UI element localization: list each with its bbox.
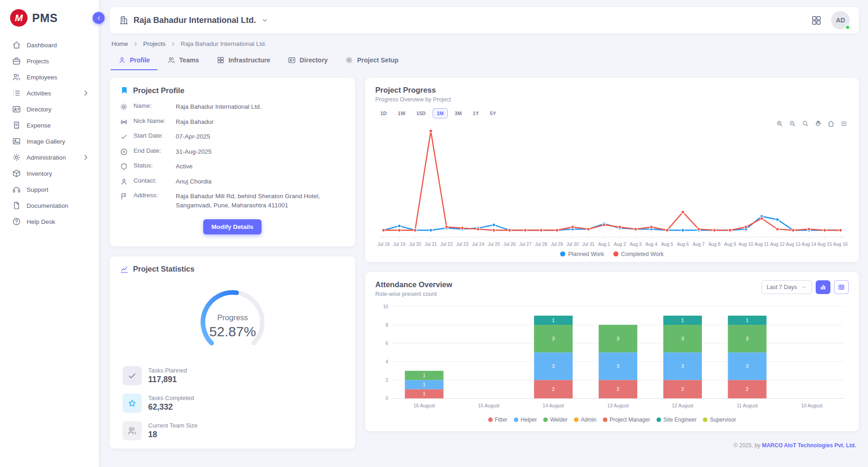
range-1d-button[interactable]: 1D (376, 108, 391, 118)
range-1m-button[interactable]: 1M (433, 108, 448, 118)
stat-label: Tasks Completed (148, 395, 194, 401)
sidebar-item-label: Employees (27, 74, 90, 81)
main-area: Raja Bahadur International Ltd. AD HomeP… (99, 0, 868, 467)
app-brand[interactable]: M PMS (0, 0, 99, 36)
menu-icon[interactable] (840, 120, 848, 128)
sidebar-item-documentation[interactable]: Documentation (5, 198, 94, 213)
apps-grid-button[interactable] (811, 15, 822, 26)
home-icon[interactable] (827, 120, 835, 128)
table-view-toggle-button[interactable] (834, 280, 849, 294)
sidebar-item-activities[interactable]: Activities (5, 85, 94, 101)
home-icon (12, 40, 21, 50)
range-5y-button[interactable]: 5Y (486, 108, 500, 118)
tab-teams[interactable]: Teams (160, 51, 206, 70)
range-1y-button[interactable]: 1Y (468, 108, 483, 118)
tab-project-setup[interactable]: Project Setup (338, 51, 406, 70)
sidebar-item-image-gallery[interactable]: Image Gallery (5, 133, 94, 149)
svg-text:Jul 30: Jul 30 (567, 242, 579, 247)
svg-text:2: 2 (386, 377, 389, 382)
avatar-initials: AD (836, 17, 845, 24)
user-avatar[interactable]: AD (831, 11, 850, 29)
stat-value: 18 (148, 430, 197, 439)
person-icon (120, 178, 128, 186)
profile-field-contact: Contact:Anuj Chordia (120, 177, 345, 186)
tab-label: Teams (179, 56, 199, 64)
pan-icon[interactable] (814, 120, 822, 128)
svg-text:1: 1 (681, 317, 684, 323)
svg-text:11 August: 11 August (737, 403, 758, 408)
svg-text:Aug 14: Aug 14 (801, 242, 816, 247)
breadcrumb-item-projects[interactable]: Projects (143, 40, 166, 47)
sidebar-item-label: Expense (27, 122, 90, 129)
svg-text:Jul 28: Jul 28 (535, 242, 547, 247)
svg-text:1: 1 (423, 382, 425, 387)
sidebar-collapse-button[interactable] (93, 12, 105, 24)
stat-value: 62,332 (148, 402, 194, 412)
svg-text:Jul 24: Jul 24 (472, 242, 484, 247)
sidebar-item-projects[interactable]: Projects (5, 53, 94, 69)
attendance-bar-chart[interactable]: 024681011116 August15 August233114 Augus… (375, 302, 849, 416)
list-icon (12, 89, 21, 98)
legend-item-admin[interactable]: Admin (574, 417, 596, 423)
svg-text:15 August: 15 August (478, 403, 500, 408)
bookmark-icon (120, 86, 129, 95)
sidebar-menu: DashboardProjectsEmployeesActivitiesDire… (0, 36, 99, 231)
legend-item-fitter[interactable]: Fitter (488, 417, 507, 423)
attendance-overview-card: Attendance Overview Role-wise present co… (365, 272, 859, 431)
svg-text:Aug 6: Aug 6 (677, 242, 689, 247)
company-selector[interactable]: Raja Bahadur International Ltd. (119, 15, 269, 25)
range-3m-button[interactable]: 3M (451, 108, 466, 118)
star-icon (127, 398, 137, 408)
check-icon (127, 371, 137, 381)
sidebar-item-administration[interactable]: Administration (5, 150, 94, 165)
stat-label: Tasks Planned (148, 367, 187, 374)
tab-label: Profile (130, 56, 150, 64)
svg-text:16 August: 16 August (413, 403, 435, 408)
sidebar: M PMS DashboardProjectsEmployeesActiviti… (0, 0, 99, 467)
sidebar-item-dashboard[interactable]: Dashboard (5, 37, 94, 53)
svg-text:3: 3 (617, 336, 619, 341)
legend-item-welder[interactable]: Welder (543, 417, 568, 423)
sidebar-item-inventory[interactable]: Inventory (5, 166, 94, 181)
star-icon (122, 394, 142, 413)
sidebar-item-expense[interactable]: Expense (5, 117, 94, 133)
range-1w-button[interactable]: 1W (394, 108, 410, 118)
modify-details-button[interactable]: Modify Details (203, 219, 262, 234)
sidebar-item-directory[interactable]: Directory (5, 101, 94, 117)
sidebar-item-support[interactable]: Support (5, 182, 94, 197)
attendance-card-title: Attendance Overview (375, 280, 452, 289)
check-icon (120, 133, 128, 141)
chart-view-toggle-button[interactable] (816, 280, 830, 294)
progress-line-chart[interactable]: Jul 18Jul 19Jul 20Jul 21Jul 22Jul 23Jul … (375, 119, 849, 250)
company-link[interactable]: MARCO AIoT Technologies Pvt. Ltd. (762, 442, 856, 449)
tab-directory[interactable]: Directory (280, 51, 335, 70)
tab-profile[interactable]: Profile (111, 51, 157, 70)
breadcrumb-item-home[interactable]: Home (111, 40, 128, 47)
svg-text:1: 1 (423, 391, 425, 396)
legend-item-helper[interactable]: Helper (514, 417, 537, 423)
chart-toolbar (776, 120, 848, 128)
legend-item-completed-work[interactable]: Completed Work (613, 251, 664, 257)
legend-item-planned-work[interactable]: Planned Work (560, 251, 604, 257)
legend-item-supervisor[interactable]: Supervisor (703, 417, 736, 423)
sidebar-item-employees[interactable]: Employees (5, 69, 94, 85)
legend-item-project-manager[interactable]: Project Manager (603, 417, 650, 423)
app-name: PMS (32, 11, 58, 25)
bar-chart-icon (819, 284, 827, 291)
zoom-out-icon[interactable] (789, 120, 796, 128)
svg-text:52.87%: 52.87% (209, 324, 256, 339)
header-actions: AD (811, 11, 850, 29)
legend-item-site-engineer[interactable]: Site Engineer (657, 417, 696, 423)
stat-tasks-planned: Tasks Planned117,891 (122, 366, 345, 385)
project-profile-card: Project Profile Name:Raja Bahadur Intern… (110, 78, 355, 246)
svg-text:Jul 25: Jul 25 (488, 242, 500, 247)
range-15d-button[interactable]: 15D (412, 108, 430, 118)
date-range-select[interactable]: Last 7 Days (762, 280, 812, 294)
briefcase-icon (12, 56, 21, 66)
sidebar-item-help-desk[interactable]: Help Desk (5, 214, 94, 229)
top-header: Raja Bahadur International Ltd. AD (110, 7, 859, 33)
zoom-in-icon[interactable] (776, 120, 784, 128)
tab-infrastructure[interactable]: Infrastructure (209, 51, 278, 70)
selection-zoom-icon[interactable] (801, 120, 809, 128)
building-icon (119, 15, 129, 25)
